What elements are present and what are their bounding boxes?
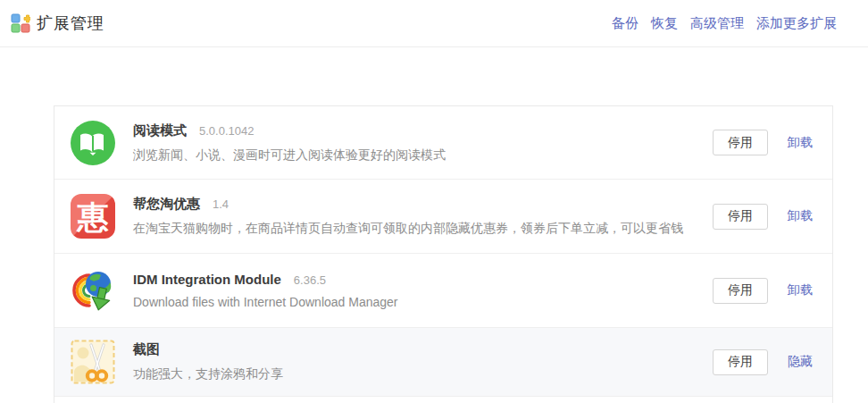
coupon-icon-glyph: 惠 — [78, 201, 109, 232]
disable-button[interactable]: 停用 — [713, 204, 768, 230]
extension-title-line: 帮您淘优惠 1.4 — [133, 196, 695, 213]
secondary-action-link[interactable]: 隐藏 — [788, 354, 813, 370]
disable-button[interactable]: 停用 — [713, 349, 768, 375]
secondary-action-link[interactable]: 卸载 — [788, 208, 813, 224]
extension-version: 1.4 — [213, 197, 229, 211]
partial-next-row — [54, 397, 832, 403]
page-title: 扩展管理 — [37, 13, 104, 34]
extension-text: 帮您淘优惠 1.4 在淘宝天猫购物时，在商品详情页自动查询可领取的内部隐藏优惠券… — [133, 196, 695, 237]
extension-name: 截图 — [133, 341, 160, 358]
extension-name: 帮您淘优惠 — [133, 196, 200, 213]
app: 扩展管理 备份 恢复 高级管理 添加更多扩展 — [0, 0, 868, 403]
extension-description: 功能强大，支持涂鸦和分享 — [133, 366, 695, 382]
idm-icon — [71, 268, 115, 313]
extension-title-line: 截图 — [133, 341, 695, 358]
header-nav: 备份 恢复 高级管理 添加更多扩展 — [612, 15, 837, 32]
disable-button[interactable]: 停用 — [713, 278, 768, 304]
extension-name: 阅读模式 — [133, 122, 187, 139]
extension-description: Download files with Internet Download Ma… — [133, 295, 695, 309]
coupon-icon: 惠 — [71, 194, 115, 239]
extension-icon — [71, 268, 115, 313]
extension-row: 截图 功能强大，支持涂鸦和分享 停用 隐藏 — [54, 328, 832, 397]
secondary-action-link[interactable]: 卸载 — [788, 135, 813, 151]
extension-text: 阅读模式 5.0.0.1042 浏览新闻、小说、漫画时可进入阅读体验更好的阅读模… — [133, 122, 695, 164]
secondary-action-link[interactable]: 卸载 — [788, 282, 813, 298]
extensions-manager-icon — [11, 13, 30, 33]
nav-backup-link[interactable]: 备份 — [612, 15, 638, 32]
extension-title-line: IDM Integration Module 6.36.5 — [133, 272, 695, 287]
extension-title-line: 阅读模式 5.0.0.1042 — [133, 122, 695, 139]
nav-advanced-manage-link[interactable]: 高级管理 — [690, 15, 744, 32]
extension-list: 阅读模式 5.0.0.1042 浏览新闻、小说、漫画时可进入阅读体验更好的阅读模… — [54, 106, 832, 397]
extension-version: 6.36.5 — [294, 273, 326, 287]
nav-restore-link[interactable]: 恢复 — [651, 15, 678, 32]
extension-panel: 阅读模式 5.0.0.1042 浏览新闻、小说、漫画时可进入阅读体验更好的阅读模… — [54, 105, 833, 403]
extension-icon — [71, 121, 115, 165]
extension-description: 浏览新闻、小说、漫画时可进入阅读体验更好的阅读模式 — [133, 147, 695, 164]
extension-name: IDM Integration Module — [133, 272, 281, 287]
screenshot-icon — [71, 340, 115, 384]
extension-row: 阅读模式 5.0.0.1042 浏览新闻、小说、漫画时可进入阅读体验更好的阅读模… — [54, 106, 832, 180]
extension-row: 惠 — [54, 180, 832, 254]
extension-text: 截图 功能强大，支持涂鸦和分享 — [133, 341, 695, 382]
header-bar: 扩展管理 备份 恢复 高级管理 添加更多扩展 — [0, 0, 868, 47]
extension-version: 5.0.0.1042 — [199, 124, 254, 138]
extension-description: 在淘宝天猫购物时，在商品详情页自动查询可领取的内部隐藏优惠券，领券后下单立减，可… — [133, 221, 695, 237]
extension-text: IDM Integration Module 6.36.5 Download f… — [133, 272, 695, 309]
disable-button[interactable]: 停用 — [713, 130, 768, 155]
extension-icon — [71, 340, 115, 384]
extension-icon: 惠 — [71, 194, 115, 239]
nav-add-more-extensions-link[interactable]: 添加更多扩展 — [756, 15, 837, 32]
extension-row: IDM Integration Module 6.36.5 Download f… — [54, 254, 832, 328]
reading-mode-icon — [71, 121, 115, 165]
